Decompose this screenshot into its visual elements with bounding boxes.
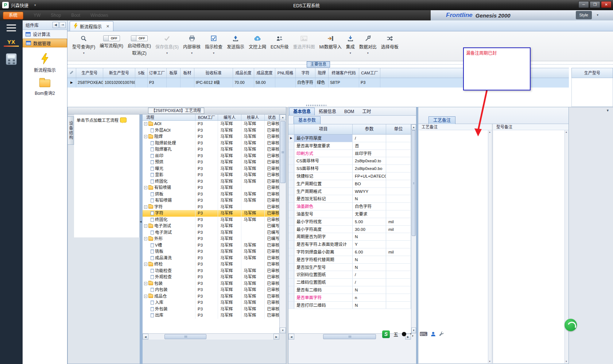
process-row[interactable]: 铣板P3马军辉马军辉已审核: [143, 248, 279, 255]
scroll-left-button[interactable]: ◀: [143, 334, 148, 340]
process-horizontal-scrollbar[interactable]: ◀ ▶: [143, 333, 279, 340]
collapse-icon[interactable]: −: [144, 263, 147, 266]
pin-panel-button[interactable]: ⇥: [59, 22, 66, 28]
process-row[interactable]: 终固化P3马军辉马军辉已审核: [143, 217, 279, 223]
chevron-down-icon[interactable]: ▾: [166, 51, 168, 55]
nav-group-data-management[interactable]: 数据管理: [23, 39, 67, 47]
param-column-header[interactable]: 参数: [353, 124, 386, 134]
collapse-icon[interactable]: −: [144, 282, 147, 285]
process-column-header[interactable]: 编写人: [218, 115, 241, 120]
param-row[interactable]: ▶最小字符厚度/: [288, 135, 411, 142]
chevron-down-icon[interactable]: ▾: [213, 51, 214, 55]
param-row[interactable]: CS面菲林号2s8tp0xea0.to: [288, 157, 411, 165]
param-row[interactable]: 最小字符线宽5.00mil: [288, 218, 411, 226]
process-row[interactable]: −字符P3马军辉已审核: [143, 204, 279, 210]
minimize-button[interactable]: ─: [578, 1, 589, 8]
param-row[interactable]: 是否单面字符n: [288, 294, 411, 302]
floating-green-badge[interactable]: [564, 319, 577, 331]
off-toggle[interactable]: OFF: [103, 35, 120, 41]
chevron-down-icon[interactable]: ▾: [367, 51, 369, 55]
process-row[interactable]: 内包装P3马军辉马军辉已审核: [143, 287, 279, 293]
chevron-down-icon[interactable]: ▾: [597, 13, 598, 17]
process-row[interactable]: 外观检查P3马军辉马军辉已审核: [143, 274, 279, 280]
param-column-header[interactable]: 单位: [386, 124, 411, 134]
process-row[interactable]: −包装P3马军辉马军辉已审核: [143, 280, 279, 287]
tab-基本信息[interactable]: 基本信息: [289, 108, 315, 115]
process-row[interactable]: 入库P3马军辉马军辉已审核: [143, 299, 279, 306]
column-header[interactable]: 订单工厂: [148, 68, 167, 78]
process-column-header[interactable]: BOM工厂: [195, 115, 218, 120]
process-row[interactable]: −阻焊P3马军辉马军辉已审核: [143, 133, 279, 140]
param-row[interactable]: 二维码位置图纸/: [288, 279, 411, 286]
scrollbar-thumb[interactable]: [280, 121, 286, 183]
ime-language-indicator[interactable]: 五: [393, 331, 398, 338]
column-header[interactable]: PNL规格: [275, 68, 296, 78]
process-row[interactable]: 功能检查P3马军辉马军辉已审核: [143, 268, 279, 274]
column-header[interactable]: 字符: [296, 68, 315, 78]
param-vertical-scrollbar[interactable]: ▲ ▼: [411, 124, 416, 333]
param-row[interactable]: 是否有字符上表面处理设计Y: [288, 241, 411, 248]
process-row[interactable]: 字符P3马军辉马军辉已审核: [143, 210, 279, 217]
process-row[interactable]: 出库P3马军辉马军辉已审核: [143, 312, 279, 319]
param-row[interactable]: 生产周期位置BO: [288, 180, 411, 188]
process-row[interactable]: V槽P3马军辉马军辉已审核: [143, 242, 279, 249]
style-selector[interactable]: Style: [576, 11, 592, 19]
column-header[interactable]: 新生产型号: [103, 68, 135, 78]
process-row[interactable]: 预烘P3马军辉马军辉已审核: [143, 159, 279, 166]
off-toggle[interactable]: OFF: [131, 35, 148, 41]
process-row[interactable]: 电子测试P3马军辉已编写: [143, 229, 279, 236]
toolbar-button-integrate[interactable]: 集成▾: [345, 34, 356, 55]
param-row[interactable]: 是否打印二维码N: [288, 302, 411, 309]
nav-group-design-algorithms[interactable]: 设计算法: [23, 30, 67, 39]
toolbar-button-mi-data-import[interactable]: MI数据导入: [318, 34, 342, 50]
chevron-down-icon[interactable]: ▼: [606, 109, 609, 112]
process-row[interactable]: −成品仓P3马军辉马军辉已审核: [143, 293, 279, 300]
close-button[interactable]: ✕: [601, 1, 612, 8]
system-menu-button[interactable]: 系统: [3, 12, 23, 19]
column-header[interactable]: 生产型号: [571, 68, 613, 78]
process-row[interactable]: 成品清洗P3马军辉马军辉已审核: [143, 255, 279, 262]
process-row[interactable]: −电子测试P3马军辉已编写: [143, 223, 279, 229]
toolbar-button-model-query[interactable]: 型号查询(F)▾: [71, 34, 96, 55]
toolbar-button-write-process[interactable]: OFF编写流程(R): [98, 34, 124, 49]
process-row[interactable]: −AOIP3马军辉马军辉已审核: [143, 121, 279, 127]
process-row[interactable]: 终固化P3马军辉马军辉已审核: [143, 178, 279, 185]
toolbar-button-doc-upload[interactable]: 文控上网: [248, 34, 267, 50]
ime-mode-icon[interactable]: [402, 332, 406, 336]
process-row[interactable]: 外包装P3马军辉马军辉已审核: [143, 306, 279, 313]
scroll-right-button[interactable]: ▶: [273, 334, 279, 340]
param-row[interactable]: 是否字符框代替周期N: [288, 256, 411, 264]
param-row[interactable]: 最小字符高度30.00mil: [288, 226, 411, 233]
process-row[interactable]: 阻焊前处理P3马军辉马军辉已审核: [143, 140, 279, 147]
process-row[interactable]: −有铅喷锡P3马军辉已审核: [143, 185, 279, 191]
process-row[interactable]: 显影P3马军辉马军辉已审核: [143, 172, 279, 178]
wps-icon[interactable]: S: [382, 330, 390, 338]
process-vertical-scrollbar[interactable]: ▲ ▼: [279, 115, 286, 333]
param-row[interactable]: 字符到焊盘最小距离6.00mil: [288, 248, 411, 256]
scrollbar-thumb[interactable]: [164, 334, 206, 339]
chevron-down-icon[interactable]: ▾: [191, 51, 193, 55]
column-header[interactable]: S板: [135, 68, 148, 78]
tab-BOM[interactable]: BOM: [340, 108, 358, 115]
person-icon[interactable]: [431, 332, 435, 336]
process-row[interactable]: 外层AOIP3马军辉马军辉已审核: [143, 127, 279, 134]
column-header[interactable]: CAM工厂: [359, 68, 380, 78]
process-row[interactable]: −终检P3马军辉已审核: [143, 261, 279, 268]
model-notes-editor[interactable]: [493, 130, 564, 363]
column-header[interactable]: 终端客户代码: [329, 68, 359, 78]
param-row[interactable]: 是否高平整度要求否: [288, 142, 411, 150]
scrollbar-thumb[interactable]: [323, 334, 376, 339]
chevron-down-icon[interactable]: ▾: [34, 3, 36, 7]
param-row[interactable]: SS面菲林号2s8tp0xea0.bo: [288, 165, 411, 173]
collapse-icon[interactable]: −: [144, 237, 147, 240]
process-column-header[interactable]: 流程: [143, 115, 195, 120]
collapse-icon[interactable]: −: [144, 205, 147, 209]
collapse-panel-button[interactable]: ◀: [53, 22, 59, 28]
tab-拓展信息[interactable]: 拓展信息: [315, 108, 340, 115]
scroll-up-button[interactable]: ▲: [280, 115, 286, 120]
column-header[interactable]: 生产型号: [76, 68, 103, 78]
hamburger-menu-icon[interactable]: [7, 24, 16, 31]
param-row[interactable]: 油墨型号无要求: [288, 210, 411, 218]
toolbar-button-ecn-upgrade[interactable]: ECN升级: [269, 34, 290, 50]
chevron-down-icon[interactable]: ▾: [83, 51, 85, 55]
